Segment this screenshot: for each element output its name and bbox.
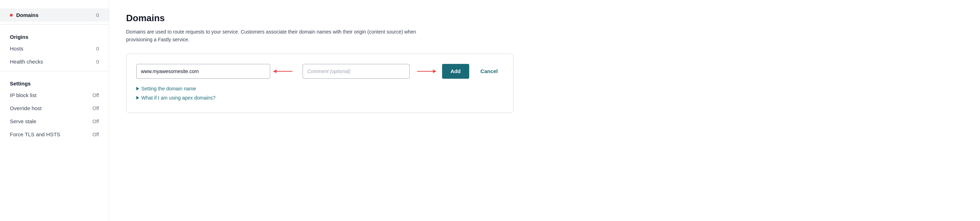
origins-section-header: Origins (0, 27, 109, 42)
cancel-button[interactable]: Cancel (475, 64, 503, 79)
sidebar-item-override-host[interactable]: Override host Off (0, 102, 109, 115)
sidebar-item-hosts-label: Hosts (10, 46, 23, 51)
sidebar-item-override-host-badge: Off (93, 106, 99, 111)
setting-domain-name-link[interactable]: Setting the domain name (136, 86, 503, 91)
comment-input[interactable] (302, 64, 410, 79)
domain-input[interactable] (136, 64, 270, 79)
sidebar-item-serve-stale-label: Serve stale (10, 118, 36, 124)
page-description: Domains are used to route requests to yo… (126, 28, 429, 44)
apex-domains-label: What if I am using apex domains? (141, 95, 216, 101)
sidebar-item-override-host-label: Override host (10, 105, 41, 111)
settings-section-header: Settings (0, 74, 109, 89)
sidebar-item-domains-label: Domains (16, 12, 38, 18)
sidebar-item-health-checks[interactable]: Health checks 0 (0, 55, 109, 68)
sidebar-item-serve-stale[interactable]: Serve stale Off (0, 115, 109, 128)
sidebar-item-ip-block-list[interactable]: IP block list Off (0, 89, 109, 102)
triangle-icon-1 (136, 87, 139, 90)
active-dot-icon (10, 14, 13, 17)
triangle-icon-2 (136, 96, 139, 99)
sidebar-item-health-checks-label: Health checks (10, 59, 43, 65)
sidebar-item-domains-badge: 0 (96, 12, 99, 18)
sidebar-item-domains[interactable]: Domains 0 (0, 8, 109, 22)
svg-marker-1 (273, 70, 277, 73)
arrow-right-icon (415, 69, 436, 74)
sidebar-item-serve-stale-badge: Off (93, 119, 99, 124)
sidebar-divider-2 (0, 71, 109, 71)
add-button[interactable]: Add (442, 64, 469, 79)
sidebar-item-hosts[interactable]: Hosts 0 (0, 42, 109, 55)
sidebar-item-hosts-badge: 0 (96, 46, 99, 51)
sidebar-item-ip-block-list-label: IP block list (10, 92, 37, 98)
sidebar-item-ip-block-list-badge: Off (93, 93, 99, 98)
sidebar-item-force-tls[interactable]: Force TLS and HSTS Off (0, 128, 109, 141)
sidebar-item-health-checks-badge: 0 (96, 59, 99, 65)
sidebar-item-force-tls-label: Force TLS and HSTS (10, 131, 60, 137)
sidebar-divider-1 (0, 24, 109, 25)
svg-marker-3 (433, 70, 436, 73)
sidebar: Domains 0 Origins Hosts 0 Health checks … (0, 0, 109, 221)
page-title: Domains (126, 13, 963, 24)
domain-card: Add Cancel Setting the domain name What … (126, 54, 514, 113)
apex-domains-link[interactable]: What if I am using apex domains? (136, 95, 503, 101)
sidebar-item-force-tls-badge: Off (93, 132, 99, 137)
arrow-left-icon (273, 69, 294, 74)
domain-form-row: Add Cancel (136, 64, 503, 79)
main-content: Domains Domains are used to route reques… (109, 0, 980, 221)
setting-domain-name-label: Setting the domain name (141, 86, 196, 91)
